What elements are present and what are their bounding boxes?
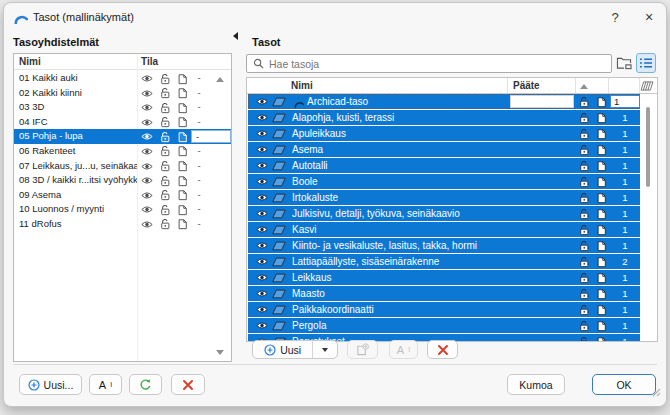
- help-button[interactable]: ?: [606, 8, 624, 26]
- layer-sheet-icon[interactable]: [594, 288, 608, 300]
- unlock-icon[interactable]: [158, 189, 172, 202]
- delete-combination-button[interactable]: [171, 374, 205, 395]
- intersection-number-cell[interactable]: 1: [610, 174, 640, 189]
- rename-layer-button[interactable]: AI: [389, 340, 418, 359]
- col-header-name[interactable]: Nimi: [19, 56, 41, 67]
- layer-sheet-icon[interactable]: [594, 320, 608, 332]
- visibility-eye-icon[interactable]: [255, 256, 269, 268]
- layer-sheet-icon[interactable]: [594, 112, 608, 124]
- unlock-icon[interactable]: [577, 256, 591, 268]
- layer-row[interactable]: Boole 1: [248, 174, 640, 189]
- scroll-down-icon[interactable]: [216, 350, 224, 355]
- layer-row[interactable]: Paikkakoordinaatti 1: [248, 302, 640, 317]
- intersection-number-cell[interactable]: 1: [610, 222, 640, 237]
- layer-sheet-icon[interactable]: [175, 101, 189, 114]
- intersection-value[interactable]: -: [192, 202, 206, 217]
- intersection-value[interactable]: -: [192, 71, 206, 86]
- layer-sheet-icon[interactable]: [175, 87, 189, 100]
- unlock-icon[interactable]: [158, 218, 172, 231]
- unlock-icon[interactable]: [577, 176, 591, 188]
- col-header-state[interactable]: Tila: [141, 56, 158, 67]
- extension-cell[interactable]: [510, 95, 574, 108]
- layer-combination-row[interactable]: 01 Kaikki auki -: [14, 71, 231, 86]
- unlock-icon[interactable]: [158, 72, 172, 85]
- layer-combination-row[interactable]: 11 dRofus -: [14, 217, 231, 232]
- ok-button[interactable]: OK: [592, 374, 656, 395]
- layer-sheet-icon[interactable]: [594, 240, 608, 252]
- layer-sheet-icon[interactable]: [594, 224, 608, 236]
- layer-sheet-icon[interactable]: [594, 304, 608, 316]
- unlock-icon[interactable]: [577, 96, 591, 108]
- unlock-icon[interactable]: [577, 144, 591, 156]
- visibility-eye-icon[interactable]: [255, 128, 269, 140]
- intersection-value[interactable]: -: [192, 144, 206, 159]
- intersection-value[interactable]: -: [192, 86, 206, 101]
- layer-combination-row[interactable]: 09 Asema -: [14, 188, 231, 203]
- intersection-value[interactable]: -: [192, 217, 206, 232]
- search-input[interactable]: Hae tasoja: [246, 54, 612, 73]
- unlock-icon[interactable]: [158, 101, 172, 114]
- intersection-number-cell[interactable]: 1: [610, 270, 640, 285]
- layer-combination-row[interactable]: 07 Leikkaus, ju...u, seinäkaavio -: [14, 159, 231, 174]
- layer-sheet-icon[interactable]: [175, 130, 189, 143]
- visibility-eye-icon[interactable]: [140, 174, 154, 187]
- unlock-icon[interactable]: [577, 288, 591, 300]
- unlock-icon[interactable]: [158, 116, 172, 129]
- unlock-icon[interactable]: [158, 203, 172, 216]
- unlock-icon[interactable]: [577, 240, 591, 252]
- layer-combination-row[interactable]: 10 Luonnos / myynti -: [14, 202, 231, 217]
- intersection-value[interactable]: -: [192, 188, 206, 203]
- visibility-eye-icon[interactable]: [255, 144, 269, 156]
- layer-sheet-icon[interactable]: [594, 128, 608, 140]
- unlock-icon[interactable]: [577, 304, 591, 316]
- intersection-number-cell[interactable]: 1: [610, 286, 640, 301]
- layer-row[interactable]: Kiinto- ja vesikaluste, lasitus, takka, …: [248, 238, 640, 253]
- cancel-button[interactable]: Kumoa: [507, 374, 565, 395]
- layer-sheet-icon[interactable]: [594, 192, 608, 204]
- unlock-icon[interactable]: [577, 320, 591, 332]
- visibility-eye-icon[interactable]: [255, 192, 269, 204]
- layer-row[interactable]: Alapohja, kuisti, terassi 1: [248, 110, 640, 125]
- visibility-eye-icon[interactable]: [140, 160, 154, 173]
- visibility-eye-icon[interactable]: [255, 240, 269, 252]
- intersection-number-cell[interactable]: 1: [610, 142, 640, 157]
- visibility-eye-icon[interactable]: [255, 272, 269, 284]
- intersection-number-cell[interactable]: 1: [610, 95, 640, 108]
- delete-layer-button[interactable]: [427, 340, 458, 359]
- layer-sheet-icon[interactable]: [175, 218, 189, 231]
- intersection-number-cell[interactable]: 1: [610, 126, 640, 141]
- layer-combination-row[interactable]: 02 Kaikki kiinni -: [14, 86, 231, 101]
- intersection-number-cell[interactable]: 1: [610, 110, 640, 125]
- layer-row[interactable]: Julkisivu, detalji, työkuva, seinäkaavio…: [248, 206, 640, 221]
- new-layer-split-button[interactable]: Uusi: [252, 340, 338, 359]
- layer-row[interactable]: Lattiapäällyste, sisäseinärakenne 2: [248, 254, 640, 269]
- visibility-eye-icon[interactable]: [255, 176, 269, 188]
- intersection-number-cell[interactable]: 1: [610, 158, 640, 173]
- layer-sheet-icon[interactable]: [175, 160, 189, 173]
- layer-combination-row[interactable]: 08 3D / kaikki r...itsi vyöhykkeet -: [14, 173, 231, 188]
- layer-row[interactable]: Maasto 1: [248, 286, 640, 301]
- layer-row[interactable]: Kasvi 1: [248, 222, 640, 237]
- intersection-number-cell[interactable]: 1: [610, 334, 640, 342]
- new-layer-dropdown-arrow[interactable]: [312, 341, 337, 358]
- layer-sheet-icon[interactable]: [175, 116, 189, 129]
- unlock-icon[interactable]: [577, 208, 591, 220]
- intersection-value[interactable]: -: [192, 173, 206, 188]
- unlock-icon[interactable]: [158, 174, 172, 187]
- unlock-icon[interactable]: [577, 272, 591, 284]
- visibility-eye-icon[interactable]: [255, 112, 269, 124]
- resize-grip[interactable]: [652, 383, 661, 401]
- visibility-eye-icon[interactable]: [140, 101, 154, 114]
- update-combination-button[interactable]: [129, 374, 162, 395]
- tree-view-icon[interactable]: [614, 53, 634, 73]
- unlock-icon[interactable]: [158, 87, 172, 100]
- visibility-eye-icon[interactable]: [255, 288, 269, 300]
- layer-row[interactable]: Asema 1: [248, 142, 640, 157]
- col-header-layer-name[interactable]: Nimi: [291, 80, 313, 91]
- visibility-eye-icon[interactable]: [140, 130, 154, 143]
- intersection-value[interactable]: -: [192, 100, 206, 115]
- layer-sheet-icon[interactable]: [594, 160, 608, 172]
- layer-row[interactable]: Leikkaus 1: [248, 270, 640, 285]
- list-view-icon[interactable]: [636, 53, 656, 73]
- intersection-number-cell[interactable]: 1: [610, 190, 640, 205]
